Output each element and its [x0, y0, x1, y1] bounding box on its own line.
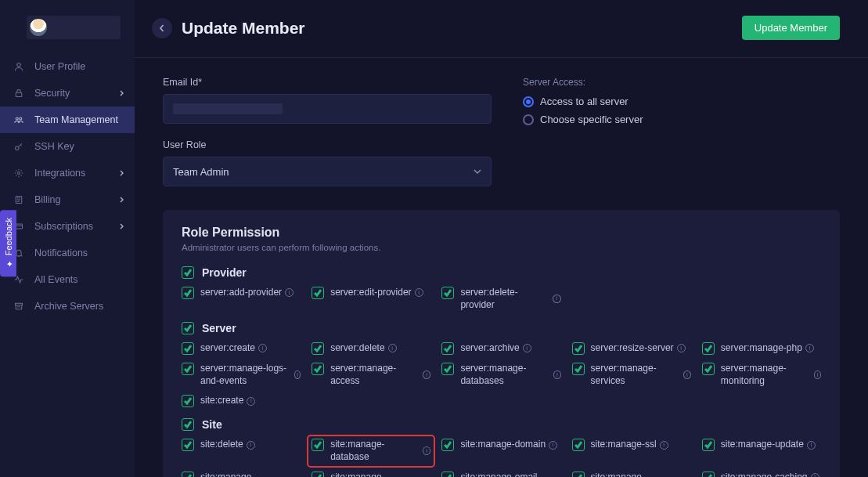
- checkbox-icon[interactable]: [182, 322, 194, 334]
- checkbox-icon[interactable]: [312, 439, 324, 451]
- permission-item[interactable]: site:manage-monitoring i: [182, 472, 301, 477]
- checkbox-icon[interactable]: [702, 439, 715, 451]
- info-icon[interactable]: i: [807, 441, 816, 450]
- radio-icon: [523, 114, 534, 125]
- info-icon[interactable]: i: [294, 370, 301, 379]
- checkbox-icon[interactable]: [312, 363, 324, 375]
- email-value-redacted: [173, 103, 283, 114]
- info-icon[interactable]: i: [247, 397, 255, 406]
- feedback-tab[interactable]: ✦ Feedback: [0, 210, 16, 276]
- permission-item[interactable]: site:manage-redirects i: [312, 472, 430, 477]
- checkbox-icon[interactable]: [312, 472, 324, 477]
- sidebar-item-ssh-key[interactable]: SSH Key: [0, 133, 135, 160]
- permission-item[interactable]: server:manage-monitoring i: [702, 363, 821, 387]
- checkbox-icon[interactable]: [182, 395, 194, 407]
- info-icon[interactable]: i: [660, 441, 668, 450]
- permission-item[interactable]: server:manage-logs-and-events i: [182, 363, 301, 387]
- checkbox-icon[interactable]: [312, 342, 324, 355]
- role-select[interactable]: Team Admin: [163, 157, 492, 186]
- checkbox-icon[interactable]: [702, 363, 715, 375]
- permission-label: site:manage-monitoring i: [200, 472, 301, 477]
- permission-label: site:manage-caching i: [721, 472, 819, 477]
- info-icon[interactable]: i: [415, 288, 423, 297]
- checkbox-icon[interactable]: [441, 287, 454, 299]
- info-icon[interactable]: i: [523, 344, 531, 352]
- permission-item[interactable]: site:manage-domain i: [441, 439, 560, 463]
- sidebar-item-subscriptions[interactable]: Subscriptions: [0, 213, 135, 240]
- chevron-right-icon: [119, 194, 125, 205]
- permission-item[interactable]: site:manage-update i: [702, 439, 821, 463]
- permission-item[interactable]: server:manage-php i: [702, 342, 821, 355]
- info-icon[interactable]: i: [285, 288, 294, 297]
- update-member-button[interactable]: Update Member: [742, 16, 840, 40]
- checkbox-icon[interactable]: [572, 363, 585, 375]
- info-icon[interactable]: i: [388, 344, 397, 352]
- svg-rect-8: [16, 303, 23, 305]
- back-button[interactable]: [152, 18, 172, 38]
- checkbox-icon[interactable]: [572, 472, 585, 477]
- permission-item[interactable]: server:manage-databases i: [441, 363, 560, 387]
- checkbox-icon[interactable]: [441, 472, 454, 477]
- sidebar-item-all-events[interactable]: All Events: [0, 266, 135, 293]
- email-field[interactable]: [163, 94, 492, 124]
- checkbox-icon[interactable]: [572, 342, 585, 355]
- sidebar-item-user-profile[interactable]: User Profile: [0, 53, 135, 80]
- permission-item[interactable]: site:manage-caching i: [702, 472, 821, 477]
- radio-label: Choose specific server: [540, 114, 643, 125]
- checkbox-icon[interactable]: [572, 439, 585, 451]
- info-icon[interactable]: i: [423, 370, 430, 379]
- checkbox-icon[interactable]: [312, 287, 324, 299]
- avatar: [30, 19, 47, 36]
- checkbox-icon[interactable]: [182, 363, 194, 375]
- checkbox-icon[interactable]: [441, 439, 454, 451]
- permission-item[interactable]: server:delete i: [312, 342, 430, 355]
- permission-item[interactable]: server:edit-provider i: [312, 287, 430, 311]
- checkbox-icon[interactable]: [182, 266, 194, 279]
- checkbox-icon[interactable]: [182, 472, 194, 477]
- info-icon[interactable]: i: [811, 473, 819, 477]
- info-icon[interactable]: i: [553, 295, 561, 303]
- role-label: User Role: [163, 139, 492, 150]
- permission-item[interactable]: site:manage-ssl i: [572, 439, 691, 463]
- checkbox-icon[interactable]: [182, 287, 194, 299]
- permission-grid: site:delete isite:manage-database isite:…: [182, 439, 821, 477]
- info-icon[interactable]: i: [805, 344, 814, 352]
- sidebar-item-billing[interactable]: Billing: [0, 186, 135, 213]
- info-icon[interactable]: i: [247, 441, 255, 450]
- permission-item[interactable]: site:delete i: [182, 439, 301, 463]
- permission-item[interactable]: server:manage-services i: [572, 363, 691, 387]
- info-icon[interactable]: i: [423, 446, 431, 455]
- checkbox-icon[interactable]: [441, 363, 454, 375]
- info-icon[interactable]: i: [553, 370, 560, 379]
- checkbox-icon[interactable]: [702, 472, 715, 477]
- permission-item[interactable]: server:resize-server i: [572, 342, 691, 355]
- info-icon[interactable]: i: [683, 370, 691, 379]
- checkbox-icon[interactable]: [441, 342, 454, 355]
- checkbox-icon[interactable]: [182, 439, 194, 451]
- permission-grid: server:add-provider iserver:edit-provide…: [182, 287, 821, 311]
- permission-item[interactable]: server:delete-provider i: [441, 287, 560, 311]
- sidebar-item-archive-servers[interactable]: Archive Servers: [0, 293, 135, 320]
- permission-item[interactable]: site:manage-email-providers i: [441, 472, 560, 477]
- info-icon[interactable]: i: [677, 344, 686, 352]
- sidebar-item-team-management[interactable]: Team Management: [0, 107, 135, 133]
- checkbox-icon[interactable]: [182, 342, 194, 355]
- permission-item[interactable]: site:create i: [182, 395, 301, 407]
- info-icon[interactable]: i: [814, 370, 821, 379]
- sidebar-item-notifications[interactable]: Notifications: [0, 240, 135, 266]
- sidebar-item-security[interactable]: Security: [0, 80, 135, 107]
- permission-item[interactable]: server:add-provider i: [182, 287, 301, 311]
- checkbox-icon[interactable]: [702, 342, 715, 355]
- sidebar-item-integrations[interactable]: Integrations: [0, 160, 135, 186]
- checkbox-icon[interactable]: [182, 418, 194, 431]
- info-icon[interactable]: i: [258, 344, 267, 352]
- permission-item[interactable]: site:manage-database i: [308, 436, 434, 465]
- permission-item[interactable]: server:archive i: [441, 342, 560, 355]
- permission-item[interactable]: server:manage-access i: [312, 363, 430, 387]
- permission-item[interactable]: site:manage-wpconfig i: [572, 472, 691, 477]
- user-badge[interactable]: [27, 16, 121, 39]
- server-access-option[interactable]: Choose specific server: [523, 114, 840, 125]
- permission-item[interactable]: server:create i: [182, 342, 301, 355]
- server-access-option[interactable]: Access to all server: [523, 96, 840, 107]
- info-icon[interactable]: i: [549, 441, 557, 450]
